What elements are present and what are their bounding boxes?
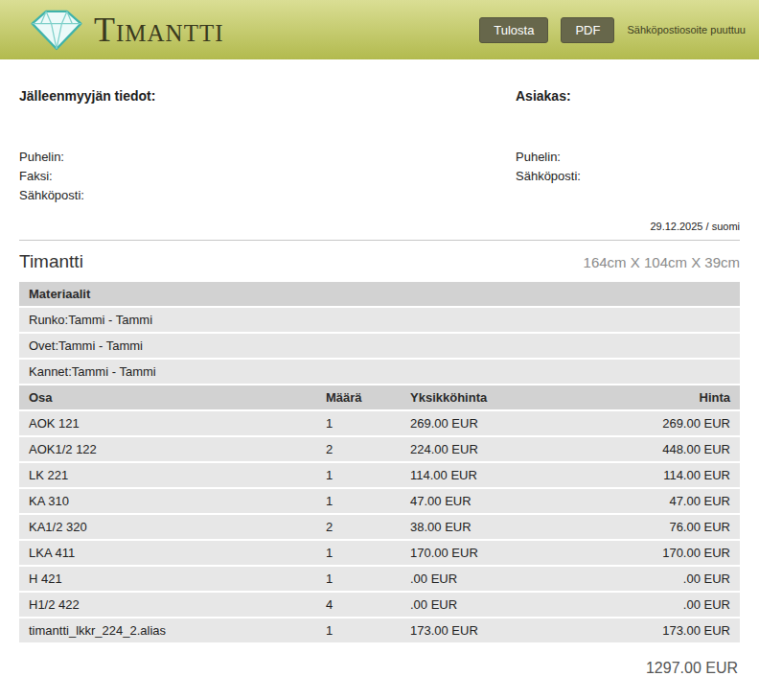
col-header-price: Hinta [588,385,740,410]
unit-price-cell: 173.00 EUR [401,618,588,643]
part-name-cell: H 421 [19,566,316,592]
reseller-fields: Puhelin: Faksi: Sähköposti: [19,148,516,205]
quantity-cell: 4 [316,592,401,618]
col-header-quantity: Määrä [316,385,401,410]
material-ovet: Ovet:Tammi - Tammi [19,333,740,359]
table-row: LKA 411 1 170.00 EUR 170.00 EUR [19,540,740,566]
part-name-cell: KA 310 [19,488,316,514]
quantity-cell: 1 [316,488,401,514]
header-actions: Tulosta PDF Sähköpostiosoite puuttuu [479,17,746,43]
unit-price-cell: 170.00 EUR [401,540,588,566]
divider [19,240,740,241]
unit-price-cell: 114.00 EUR [401,462,588,488]
fax-label: Faksi: [19,167,516,186]
pdf-button[interactable]: PDF [561,17,614,43]
material-runko: Runko:Tammi - Tammi [19,307,740,333]
table-row: AOK 121 1 269.00 EUR 269.00 EUR [19,410,740,436]
total-price: 1297.00 EUR [19,660,738,677]
customer-fields: Puhelin: Sähköposti: [516,148,740,186]
price-cell: 47.00 EUR [588,488,740,514]
price-cell: 170.00 EUR [588,540,740,566]
table-row: KA1/2 320 2 38.00 EUR 76.00 EUR [19,514,740,540]
table-row: KA 310 1 47.00 EUR 47.00 EUR [19,488,740,514]
unit-price-cell: 224.00 EUR [401,436,588,462]
customer-phone-label: Puhelin: [516,148,740,167]
material-row: Runko:Tammi - Tammi [19,307,740,333]
reseller-info-title: Jälleenmyyjän tiedot: [19,88,516,104]
table-row: H 421 1 .00 EUR .00 EUR [19,566,740,592]
price-cell: 173.00 EUR [588,618,740,643]
quantity-cell: 2 [316,436,401,462]
materials-header-row: Materiaalit [19,282,740,307]
part-name-cell: H1/2 422 [19,592,316,618]
quantity-cell: 1 [316,462,401,488]
quantity-cell: 1 [316,410,401,436]
contact-info-section: Jälleenmyyjän tiedot: Puhelin: Faksi: Sä… [19,59,740,205]
quantity-cell: 2 [316,514,401,540]
part-name-cell: AOK1/2 122 [19,436,316,462]
quantity-cell: 1 [316,566,401,592]
price-cell: 269.00 EUR [588,410,740,436]
customer-title: Asiakas: [516,88,740,104]
price-cell: .00 EUR [588,566,740,592]
unit-price-cell: 38.00 EUR [401,514,588,540]
diamond-logo-icon [29,8,84,52]
product-header: Timantti 164cm X 104cm X 39cm [19,251,740,272]
customer-email-label: Sähköposti: [516,167,740,186]
print-button[interactable]: Tulosta [479,17,548,43]
table-row: timantti_lkkr_224_2.alias 1 173.00 EUR 1… [19,618,740,643]
phone-label: Puhelin: [19,148,516,167]
part-name-cell: AOK 121 [19,410,316,436]
product-dimensions: 164cm X 104cm X 39cm [584,254,740,270]
page-content: Jälleenmyyjän tiedot: Puhelin: Faksi: Sä… [0,59,759,700]
material-kannet: Kannet:Tammi - Tammi [19,359,740,385]
table-row: LK 221 1 114.00 EUR 114.00 EUR [19,462,740,488]
quantity-cell: 1 [316,618,401,643]
email-label: Sähköposti: [19,186,516,205]
product-name: Timantti [19,251,83,272]
parts-header-row: Osa Määrä Yksikköhinta Hinta [19,385,740,410]
date-locale-text: 29.12.2025 / suomi [19,221,740,232]
material-row: Kannet:Tammi - Tammi [19,359,740,385]
price-cell: 448.00 EUR [588,436,740,462]
reseller-info-column: Jälleenmyyjän tiedot: Puhelin: Faksi: Sä… [19,59,516,205]
col-header-unit-price: Yksikköhinta [401,385,588,410]
email-missing-notice: Sähköpostiosoite puuttuu [627,24,746,35]
part-name-cell: LKA 411 [19,540,316,566]
unit-price-cell: 269.00 EUR [401,410,588,436]
quantity-cell: 1 [316,540,401,566]
app-header: Timantti Tulosta PDF Sähköpostiosoite pu… [0,0,759,59]
price-cell: .00 EUR [588,592,740,618]
table-row: H1/2 422 4 .00 EUR .00 EUR [19,592,740,618]
part-name-cell: timantti_lkkr_224_2.alias [19,618,316,643]
unit-price-cell: .00 EUR [401,592,588,618]
brand-title: Timantti [94,12,224,47]
unit-price-cell: 47.00 EUR [401,488,588,514]
col-header-part: Osa [19,385,316,410]
unit-price-cell: .00 EUR [401,566,588,592]
customer-info-column: Asiakas: Puhelin: Sähköposti: [516,59,740,205]
part-name-cell: KA1/2 320 [19,514,316,540]
price-cell: 76.00 EUR [588,514,740,540]
material-row: Ovet:Tammi - Tammi [19,333,740,359]
price-cell: 114.00 EUR [588,462,740,488]
materials-title: Materiaalit [19,282,740,307]
table-row: AOK1/2 122 2 224.00 EUR 448.00 EUR [19,436,740,462]
part-name-cell: LK 221 [19,462,316,488]
materials-parts-table: Materiaalit Runko:Tammi - Tammi Ovet:Tam… [19,282,740,644]
